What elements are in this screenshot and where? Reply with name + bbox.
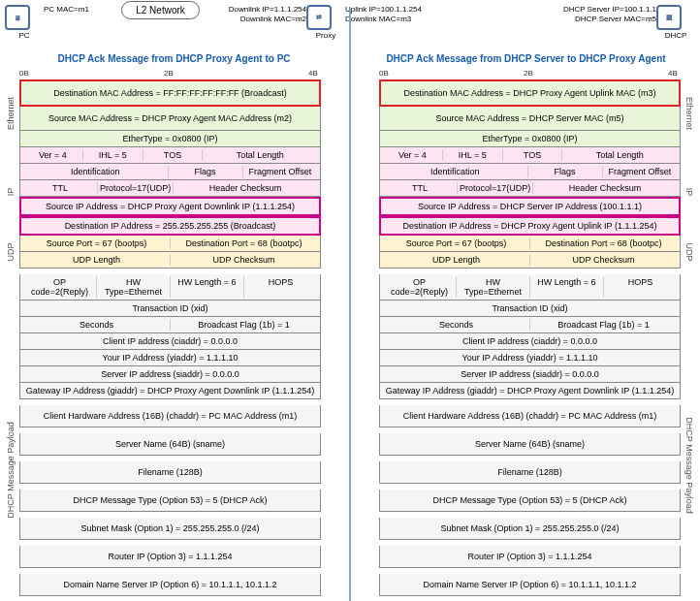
left-ip: IP Ver = 4IHL = 5TOSTotal Length Identif… <box>19 147 321 236</box>
dhcp-srv-mac: DHCP Server MAC=m5 <box>530 15 656 24</box>
dhcp-label: DHCP <box>656 31 695 40</box>
eth-dst-mac: Destination MAC Address = FF:FF:FF:FF:FF… <box>19 79 321 107</box>
eth-type-r: EtherType = 0x0800 (IP) <box>379 131 681 147</box>
pc-mac-text: PC MAC=m1 <box>44 5 121 15</box>
eth-label: Ethernet <box>6 97 16 130</box>
pay-opt6: Domain Name Server IP (Option 6) = 10.1.… <box>19 574 321 596</box>
vline-icon <box>349 10 351 601</box>
left-payload: DHCP Message Payload OP code=2(Reply)HW … <box>19 274 321 601</box>
udp-r2-r: UDP LengthUDP Checksum <box>379 252 681 269</box>
center-divider <box>343 68 357 601</box>
pay-yiaddr-r: Your IP Address (yiaddr) = 1.1.1.10 <box>379 350 681 366</box>
pay-fname-r: Filename (128B) <box>379 461 681 484</box>
eth-src-mac-r: Source MAC Address = DHCP Server MAC (m5… <box>379 107 681 131</box>
eth-label-r: Ethernet <box>684 97 694 130</box>
pay-opt1-r: Subnet Mask (Option 1) = 255.255.255.0 (… <box>379 518 681 540</box>
left-udp: UDP Source Port = 67 (bootps)Destination… <box>19 236 321 269</box>
pay-r1: OP code=2(Reply)HW Type=EthernetHW Lengt… <box>19 274 321 300</box>
ip-r3: TTLProtocol=17(UDP)Header Checksum <box>19 180 321 197</box>
pay-opt1: Subnet Mask (Option 1) = 255.255.255.0 (… <box>19 518 321 540</box>
right-ip: IP Ver = 4IHL = 5TOSTotal Length Identif… <box>379 147 681 236</box>
right-title: DHCP Ack Message from DHCP Server to DHC… <box>357 49 695 68</box>
pc-icon: 🖥 <box>5 5 30 30</box>
pay-sname-r: Server Name (64B) (sname) <box>379 433 681 456</box>
ip-label-r: IP <box>684 187 694 196</box>
ip-r1: Ver = 4IHL = 5TOSTotal Length <box>19 147 321 164</box>
right-udp: UDP Source Port = 67 (bootps)Destination… <box>379 236 681 269</box>
pay-r1-r: OP code=2(Reply)HW Type=EthernetHW Lengt… <box>379 274 681 300</box>
proxy-ul-mac: Downlink MAC=m3 <box>345 15 452 24</box>
pay-yiaddr: Your IP Address (yiaddr) = 1.1.1.10 <box>19 350 321 366</box>
pay-sname: Server Name (64B) (sname) <box>19 433 321 456</box>
pay-xid: Transaction ID (xid) <box>19 300 321 317</box>
ip-src: Source IP Address = DHCP Proxy Agent Dow… <box>19 197 321 216</box>
right-ruler: 0B 2B 4B <box>366 69 694 79</box>
proxy-ul-ip: Uplink IP=100.1.1.254 <box>345 5 452 15</box>
ip-r2: IdentificationFlagsFragment Offset <box>19 164 321 180</box>
pay-label: DHCP Message Payload <box>6 422 16 518</box>
proxy-dl-ip: Downlink IP=1.1.1.254 <box>200 5 306 15</box>
right-payload: DHCP Message Payload OP code=2(Reply)HW … <box>379 274 681 601</box>
pay-label-r: DHCP Message Payload <box>684 417 694 513</box>
ip-dst: Destination IP Address = 255.255.255.255… <box>19 216 321 236</box>
pay-giaddr-r: Gateway IP Address (giaddr) = DHCP Proxy… <box>379 383 681 399</box>
proxy-icon: ⇄ <box>306 5 332 30</box>
pay-chaddr-r: Client Hardware Address (16B) (chaddr) =… <box>379 405 681 427</box>
ip-r1-r: Ver = 4IHL = 5TOSTotal Length <box>379 147 681 164</box>
pay-fname: Filename (128B) <box>19 461 321 484</box>
pay-opt53-r: DHCP Message Type (Option 53) = 5 (DHCP … <box>379 490 681 512</box>
udp-r2: UDP LengthUDP Checksum <box>19 252 321 269</box>
packet-left: 0B 2B 4B Ethernet Destination MAC Addres… <box>5 68 335 601</box>
pay-opt3-r: Router IP (Option 3) = 1.1.1.254 <box>379 546 681 568</box>
pay-siaddr: Server IP address (siaddr) = 0.0.0.0 <box>19 366 321 383</box>
proxy-dl-mac: Downlink MAC=m2 <box>200 15 306 24</box>
ip-dst-r: Destination IP Address = DHCP Proxy Agen… <box>379 216 681 236</box>
eth-type: EtherType = 0x0800 (IP) <box>19 131 321 147</box>
eth-src-mac: Source MAC Address = DHCP Proxy Agent MA… <box>19 107 321 131</box>
pay-opt6-r: Domain Name Server IP (Option 6) = 10.1.… <box>379 574 681 596</box>
left-ethernet: Ethernet Destination MAC Address = FF:FF… <box>19 79 321 147</box>
ip-r3-r: TTLProtocol=17(UDP)Header Checksum <box>379 180 681 197</box>
pay-r3: SecondsBroadcast Flag (1b) = 1 <box>19 317 321 333</box>
proxy-label: Proxy <box>306 31 345 40</box>
ip-src-r: Source IP Address = DHCP Server IP Addre… <box>379 197 681 216</box>
pay-chaddr: Client Hardware Address (16B) (chaddr) =… <box>19 405 321 427</box>
pay-ciaddr: Client IP address (ciaddr) = 0.0.0.0 <box>19 333 321 350</box>
ip-label: IP <box>6 187 16 196</box>
pay-opt53: DHCP Message Type (Option 53) = 5 (DHCP … <box>19 490 321 512</box>
pay-opt3: Router IP (Option 3) = 1.1.1.254 <box>19 546 321 568</box>
pay-giaddr: Gateway IP Address (giaddr) = DHCP Proxy… <box>19 383 321 399</box>
dhcp-icon: ▦ <box>656 5 682 30</box>
pay-ciaddr-r: Client IP address (ciaddr) = 0.0.0.0 <box>379 333 681 350</box>
main-packets: 0B 2B 4B Ethernet Destination MAC Addres… <box>5 68 695 601</box>
pay-siaddr-r: Server IP address (siaddr) = 0.0.0.0 <box>379 366 681 383</box>
l2-label: L2 Network <box>121 1 200 19</box>
udp-label-r: UDP <box>684 242 694 261</box>
left-ruler: 0B 2B 4B <box>6 69 334 79</box>
ip-r2-r: IdentificationFlagsFragment Offset <box>379 164 681 180</box>
packet-right: 0B 2B 4B Ethernet Destination MAC Addres… <box>365 68 695 601</box>
pc-label: PC <box>5 31 44 40</box>
left-title: DHCP Ack Message from DHCP Proxy Agent t… <box>5 49 343 68</box>
pay-xid-r: Transaction ID (xid) <box>379 300 681 317</box>
udp-r1: Source Port = 67 (bootps)Destination Por… <box>19 236 321 252</box>
udp-r1-r: Source Port = 67 (bootps)Destination Por… <box>379 236 681 252</box>
pay-r3-r: SecondsBroadcast Flag (1b) = 1 <box>379 317 681 333</box>
right-ethernet: Ethernet Destination MAC Address = DHCP … <box>379 79 681 147</box>
dhcp-srv-ip: DHCP Server IP=100.1.1.1 <box>530 5 656 15</box>
udp-label: UDP <box>6 242 16 261</box>
eth-dst-mac-r: Destination MAC Address = DHCP Proxy Age… <box>379 79 681 107</box>
